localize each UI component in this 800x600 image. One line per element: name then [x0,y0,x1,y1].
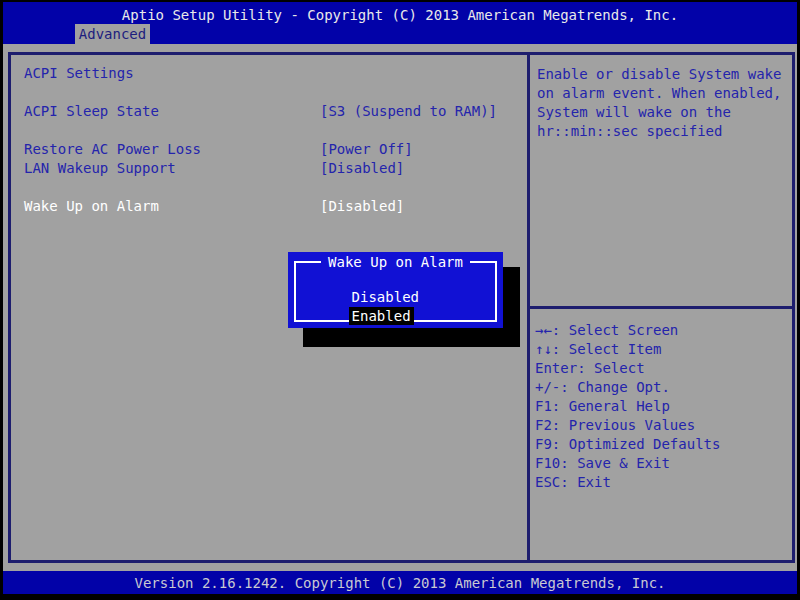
help-line: hr::min::sec specified [537,122,792,141]
hotkey-save-exit: F10: Save & Exit [535,454,792,473]
help-line: on alarm event. When enabled, [537,84,792,103]
hotkey-select-screen: →←: Select Screen [535,321,792,340]
setting-label: ACPI Sleep State [24,103,159,119]
popup-wake-up-on-alarm: Wake Up on Alarm Disabled Enabled [288,252,503,328]
setting-value: [Disabled] [320,160,404,176]
tab-advanced[interactable]: Advanced [75,24,150,44]
hotkey-change-opt: +/-: Change Opt. [535,378,792,397]
setting-value: [S3 (Suspend to RAM)] [320,103,497,119]
setting-label: Wake Up on Alarm [24,198,159,214]
help-line: Enable or disable System wake [537,65,792,84]
hotkey-select-item: ↑↓: Select Item [535,340,792,359]
hotkey-esc-exit: ESC: Exit [535,473,792,492]
hotkey-legend: →←: Select Screen ↑↓: Select Item Enter:… [530,309,792,560]
section-title: ACPI Settings [24,65,134,81]
setting-value: [Power Off] [320,141,413,157]
hotkey-general-help: F1: General Help [535,397,792,416]
setting-label: Restore AC Power Loss [24,141,201,157]
help-line: System will wake on the [537,103,792,122]
help-text: Enable or disable System wake on alarm e… [530,55,792,309]
bios-screen: Aptio Setup Utility - Copyright (C) 2013… [0,0,800,600]
hotkey-previous-values: F2: Previous Values [535,416,792,435]
setting-value: [Disabled] [320,198,404,214]
popup-option-enabled[interactable]: Enabled [301,292,414,340]
hotkey-enter-select: Enter: Select [535,359,792,378]
popup-title: Wake Up on Alarm [288,254,503,270]
setting-label: LAN Wakeup Support [24,160,176,176]
status-bar: Version 2.16.1242. Copyright (C) 2013 Am… [3,571,797,594]
hotkey-optimized-defaults: F9: Optimized Defaults [535,435,792,454]
help-pane: Enable or disable System wake on alarm e… [530,55,792,560]
